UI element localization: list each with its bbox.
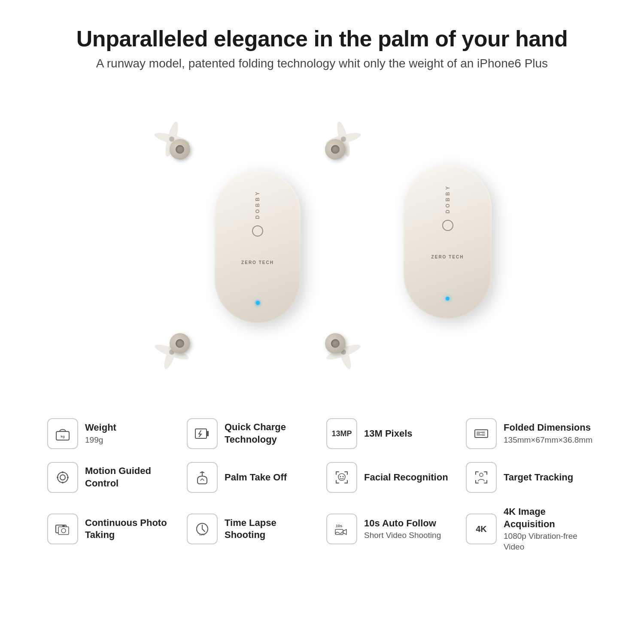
motor-bottom-left: [170, 333, 190, 354]
power-button-folded: [442, 220, 453, 231]
video-icon: 10s: [333, 520, 351, 538]
svg-rect-37: [58, 527, 69, 535]
drones-section: DOBBY ZERO TECH: [0, 92, 644, 401]
palm-label: Palm Take Off: [225, 471, 287, 484]
led-indicator-folded: [446, 297, 450, 301]
drone-brand-folded: DOBBY: [445, 184, 451, 213]
quick-charge-text: Quick Charge Technology: [225, 421, 318, 446]
dimensions-text: Folded Dimensions 135mm×67mm×36.8mm: [504, 422, 592, 445]
timelapse-text: Time Lapse Shooting: [225, 517, 318, 541]
drone-expanded: DOBBY ZERO TECH: [146, 113, 369, 380]
weight-icon: kg: [54, 425, 72, 443]
dimensions-value: 135mm×67mm×36.8mm: [504, 435, 592, 446]
led-indicator-expanded: [256, 301, 260, 305]
face-icon: [333, 468, 351, 486]
auto-follow-value: Short Video Shooting: [364, 530, 441, 541]
features-grid: kg Weight 199g Quick Charge Technology 1…: [34, 418, 610, 553]
photo-icon-box: [47, 513, 78, 544]
motor-bottom-right: [325, 333, 346, 354]
4k-icon-box: 4K: [466, 513, 497, 544]
feature-motion: Motion Guided Control: [47, 462, 178, 493]
subtitle: A runway model, patented folding technol…: [76, 57, 568, 70]
weight-text: Weight 199g: [85, 422, 116, 445]
weight-icon-box: kg: [47, 418, 78, 449]
drone-brand-expanded: DOBBY: [255, 190, 261, 219]
target-icon: [472, 468, 490, 486]
facial-label: Facial Recognition: [364, 471, 448, 484]
feature-palm: Palm Take Off: [187, 462, 318, 493]
svg-rect-23: [207, 431, 209, 436]
drone-logo-folded: ZERO TECH: [431, 255, 464, 259]
feature-dimensions: Folded Dimensions 135mm×67mm×36.8mm: [466, 418, 597, 449]
svg-point-35: [480, 473, 483, 477]
dimensions-icon-box: [466, 418, 497, 449]
feature-continuous-photo: Continuous Photo Taking: [47, 506, 178, 553]
4k-badge: 4K: [476, 524, 487, 534]
weight-label: Weight: [85, 422, 116, 434]
feature-weight: kg Weight 199g: [47, 418, 178, 449]
4k-text: 4K Image Acquisition 1080p Vibration-fre…: [504, 506, 597, 553]
drone-folded: DOBBY ZERO TECH: [404, 165, 498, 328]
svg-point-34: [343, 476, 344, 477]
dimensions-label: Folded Dimensions: [504, 422, 592, 434]
palm-text: Palm Take Off: [225, 471, 287, 484]
svg-point-33: [340, 476, 341, 477]
13mp-icon-box: 13MP: [326, 418, 357, 449]
4k-value: 1080p Vibration-free Video: [504, 531, 597, 552]
svg-point-30: [57, 477, 58, 478]
auto-follow-label: 10s Auto Follow: [364, 517, 441, 530]
feature-timelapse: OFF Time Lapse Shooting: [187, 506, 318, 553]
drone-body-folded: DOBBY ZERO TECH: [404, 165, 492, 319]
auto-follow-text: 10s Auto Follow Short Video Shooting: [364, 517, 441, 541]
target-text: Target Tracking: [504, 471, 573, 484]
svg-rect-39: [62, 526, 65, 527]
motor-top-right: [325, 139, 346, 160]
timelapse-label: Time Lapse Shooting: [225, 517, 318, 541]
svg-point-29: [62, 482, 64, 483]
video-icon-box: 10s: [326, 513, 357, 544]
feature-facial: Facial Recognition: [326, 462, 457, 493]
svg-point-31: [67, 477, 69, 478]
palm-icon: [193, 468, 211, 486]
feature-quick-charge: Quick Charge Technology: [187, 418, 318, 449]
timelapse-icon-box: OFF: [187, 513, 218, 544]
motion-label: Motion Guided Control: [85, 465, 178, 489]
feature-target: Target Tracking: [466, 462, 597, 493]
13mp-label: 13M Pixels: [364, 428, 413, 440]
feature-13mp: 13MP 13M Pixels: [326, 418, 457, 449]
drone-logo-expanded: ZERO TECH: [241, 260, 274, 265]
continuous-photo-text: Continuous Photo Taking: [85, 517, 178, 541]
weight-value: 199g: [85, 435, 116, 446]
dimensions-icon: [472, 425, 490, 443]
quick-charge-label: Quick Charge Technology: [225, 421, 318, 446]
continuous-photo-label: Continuous Photo Taking: [85, 517, 178, 541]
battery-icon-box: [187, 418, 218, 449]
face-icon-box: [326, 462, 357, 493]
4k-label: 4K Image Acquisition: [504, 506, 597, 530]
svg-point-27: [60, 475, 65, 480]
svg-point-26: [58, 472, 68, 483]
palm-icon-box: [187, 462, 218, 493]
svg-text:10s: 10s: [336, 524, 342, 528]
battery-icon: [193, 425, 211, 443]
drone-body-expanded: DOBBY ZERO TECH: [215, 170, 301, 323]
feature-auto-follow: 10s 10s Auto Follow Short Video Shooting: [326, 506, 457, 553]
timelapse-icon: OFF: [193, 520, 211, 538]
facial-text: Facial Recognition: [364, 471, 448, 484]
motion-text: Motion Guided Control: [85, 465, 178, 489]
target-label: Target Tracking: [504, 471, 573, 484]
motion-icon-box: [47, 462, 78, 493]
svg-text:OFF: OFF: [199, 533, 205, 536]
svg-rect-25: [477, 431, 480, 436]
power-button-expanded: [252, 225, 263, 237]
photo-icon: [54, 520, 72, 538]
13mp-badge: 13MP: [331, 429, 352, 438]
svg-text:kg: kg: [61, 434, 64, 438]
motor-top-left: [170, 139, 190, 160]
svg-point-32: [338, 474, 345, 480]
svg-point-28: [62, 471, 64, 473]
page-header: Unparalleled elegance in the palm of you…: [76, 0, 568, 79]
target-icon-box: [466, 462, 497, 493]
13mp-text: 13M Pixels: [364, 428, 413, 440]
motion-icon: [54, 468, 72, 486]
